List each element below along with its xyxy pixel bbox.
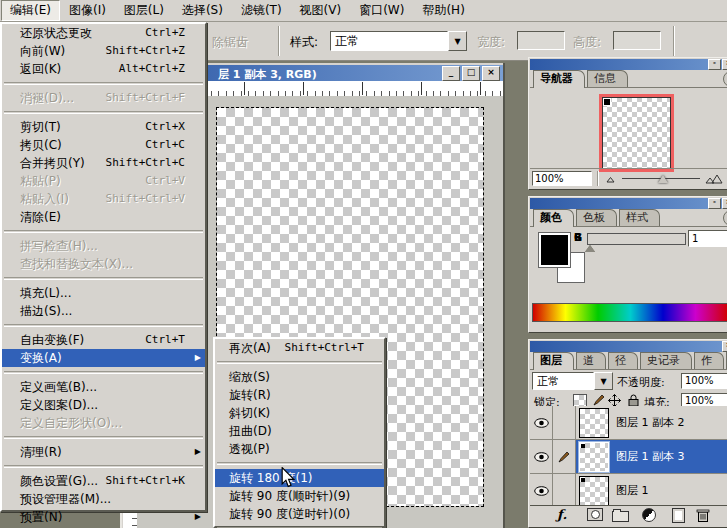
menu-item[interactable]: 变换(A) ▶ [2,349,205,367]
layer-thumbnail[interactable] [579,442,609,472]
panel-tab[interactable]: 导航器 [533,70,585,88]
layer-row[interactable]: 图层 1 [530,474,727,508]
menu-item[interactable]: 扭曲(D) [215,422,384,440]
menu-item[interactable]: 定义画笔(B)... [2,378,205,396]
menu-item[interactable]: 合并拷贝(Y) Shift+Ctrl+C [2,154,205,172]
menu-item[interactable]: 粘贴(P) Ctrl+V [2,172,205,190]
menu-item[interactable]: 填充(L)... [2,284,205,302]
panel-tab[interactable]: 图层 [533,352,574,370]
menu-item[interactable]: 向前(W) Shift+Ctrl+Z [2,42,205,60]
menu-item[interactable]: 描边(S)... [2,302,205,320]
menu-item[interactable]: 自由变换(F) Ctrl+T [2,331,205,349]
menubar-item[interactable]: 视图(V) [291,0,351,21]
menu-item[interactable]: 再次(A) Shift+Ctrl+T [215,339,384,357]
panel-title-bar[interactable] [530,341,727,352]
layer-active-indicator[interactable] [553,440,576,473]
delete-layer-trash-button[interactable] [696,508,710,523]
menu-item[interactable]: 预置(N) ▶ [2,508,205,526]
dropdown-arrow-icon[interactable]: ▼ [594,372,613,390]
menubar-item[interactable]: 选择(S) [173,0,232,21]
panel-tab[interactable]: 作 [694,352,724,369]
layer-main[interactable]: 图层 1 副本 3 [576,440,727,473]
layer-main[interactable]: 图层 1 [576,474,727,507]
panel-close-button[interactable]: × [722,341,727,352]
layer-thumbnail[interactable] [579,408,609,438]
minimize-button[interactable]: _ [442,66,460,81]
zoom-out-icon[interactable] [604,174,617,183]
panel-title-bar[interactable] [530,198,727,209]
menu-item[interactable]: 颜色设置(G)... Shift+Ctrl+K [2,472,205,490]
layer-active-indicator[interactable] [553,474,576,507]
menubar-item[interactable]: 帮助(H) [413,0,473,21]
foreground-color-swatch[interactable] [539,233,570,267]
menu-item[interactable]: 粘贴入(I) Shift+Ctrl+V [2,190,205,208]
slider-thumb[interactable] [658,175,668,183]
channel-gradient-slider[interactable] [587,233,686,245]
height-input[interactable] [613,31,661,50]
navigator-preview[interactable] [599,94,674,172]
navigator-zoom-input[interactable]: 100% [532,171,592,186]
navigator-zoom-slider[interactable] [622,172,700,186]
layer-row[interactable]: 图层 1 副本 3 [530,440,727,474]
menu-item[interactable]: 定义自定形状(O)... [2,414,205,432]
menu-item[interactable]: 定义图案(D)... [2,396,205,414]
menu-item[interactable]: 旋转 90 度(逆时针)(0) [215,505,384,523]
adjustment-layer-button[interactable] [642,508,656,522]
panel-tab[interactable]: 史记录 [640,352,692,369]
blend-mode-dropdown[interactable]: 正常 ▼ [532,372,613,390]
add-mask-button[interactable] [587,508,603,521]
menu-item[interactable]: 透视(P) [215,440,384,458]
panel-title-bar[interactable] [530,59,727,70]
panel-tab[interactable]: 信息 [587,70,628,87]
menu-item[interactable]: 缩放(S) [215,368,384,386]
opacity-input[interactable]: 100% [681,373,727,389]
menu-item[interactable]: 预设管理器(M)... [2,490,205,508]
layer-thumbnail[interactable] [579,476,609,506]
menu-item[interactable]: 拷贝(C) Ctrl+C [2,136,205,154]
style-dropdown[interactable]: 正常 ▼ [330,31,467,51]
panel-tab[interactable]: 道 [576,352,606,369]
menubar-item[interactable]: 图层(L) [115,0,173,21]
menu-item[interactable]: 清理(R) ▶ [2,443,205,461]
channel-slider-thumb[interactable] [585,245,595,252]
channel-value-field[interactable]: 1 [688,230,727,247]
panel-tab[interactable]: 颜色 [533,209,574,227]
menu-item[interactable]: 返回(K) Alt+Ctrl+Z [2,60,205,78]
menubar-item[interactable]: 图像(I) [60,0,115,21]
layer-visibility-toggle[interactable] [530,474,553,507]
menubar-item[interactable]: 编辑(E) [1,0,60,21]
menu-item[interactable]: 查找和替换文本(X)... [2,255,205,273]
lock-paint-brush-icon[interactable] [593,394,605,406]
panel-minimize-button[interactable]: - [708,59,721,70]
layer-row[interactable]: 图层 1 副本 2 [530,406,727,440]
zoom-in-icon[interactable] [705,173,723,184]
menubar-item[interactable]: 窗口(W) [350,0,413,21]
dropdown-arrow-icon[interactable]: ▼ [448,31,467,51]
panel-tab[interactable]: 色板 [576,209,617,226]
menu-item[interactable]: 剪切(T) Ctrl+X [2,118,205,136]
panel-tab[interactable]: 径 [608,352,638,369]
new-layer-button[interactable] [672,508,685,523]
layer-visibility-toggle[interactable] [530,406,553,439]
menu-item[interactable]: 拼写检查(H)... [2,237,205,255]
width-input[interactable] [517,31,565,50]
panel-close-button[interactable]: × [722,198,727,209]
color-spectrum-bar[interactable] [532,303,727,322]
menu-item[interactable]: 消褪(D)... Shift+Ctrl+F [2,89,205,107]
menu-item[interactable]: 还原状态更改 Ctrl+Z [2,24,205,42]
layer-visibility-toggle[interactable] [530,440,553,473]
new-group-button[interactable] [612,511,629,522]
menu-item[interactable]: 旋转 90 度(顺时针)(9) [215,487,384,505]
panel-close-button[interactable]: × [722,59,727,70]
panel-minimize-button[interactable]: - [708,198,721,209]
menubar-item[interactable]: 滤镜(T) [232,0,291,21]
close-button[interactable]: × [482,66,500,81]
layer-style-button[interactable]: ƒ. [557,508,567,521]
layer-active-indicator[interactable] [553,406,576,439]
menu-item[interactable]: 斜切(K) [215,404,384,422]
layer-main[interactable]: 图层 1 副本 2 [576,406,727,439]
panel-tab[interactable]: 样式 [619,209,660,226]
menu-item[interactable]: 旋转 180 度(1) [215,469,384,487]
maximize-button[interactable]: □ [462,66,480,81]
menu-item[interactable]: 旋转(R) [215,386,384,404]
